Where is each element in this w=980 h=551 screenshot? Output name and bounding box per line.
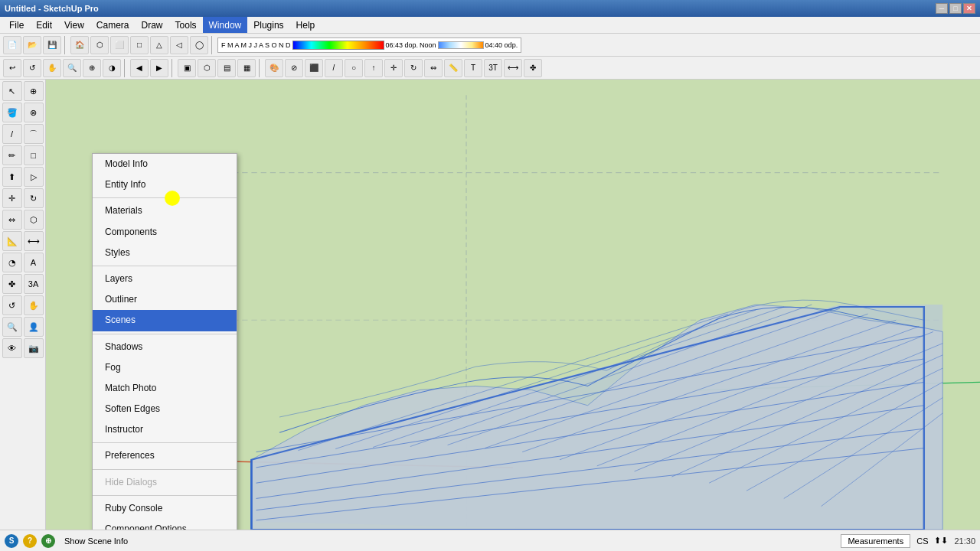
lt-move[interactable]: ✛	[2, 188, 22, 208]
tb-pan[interactable]: ✋	[43, 59, 61, 77]
menu-outliner[interactable]: Outliner	[93, 289, 237, 310]
tb-camera6[interactable]: ◯	[190, 36, 208, 54]
menu-model-info[interactable]: Model Info	[93, 154, 237, 174]
tb-camera3[interactable]: □	[130, 36, 149, 54]
menu-edit[interactable]: Edit	[30, 17, 58, 33]
viewport[interactable]: Model Info Entity Info Materials Compone…	[46, 80, 980, 530]
menu-tools[interactable]: Tools	[169, 17, 203, 33]
tb-erase[interactable]: ⊘	[285, 59, 303, 77]
lt-text[interactable]: A	[24, 253, 44, 272]
tb-tape[interactable]: 📏	[444, 59, 462, 77]
maximize-button[interactable]: □	[949, 3, 962, 14]
lt-push-pull[interactable]: ⬆	[2, 167, 22, 187]
lt-offset[interactable]: ⬡	[24, 210, 44, 230]
menu-ruby-console[interactable]: Ruby Console	[93, 498, 237, 519]
tb-prev-view[interactable]: ◀	[130, 59, 149, 77]
tb-text[interactable]: T	[464, 59, 482, 77]
tb-rect[interactable]: ⬛	[305, 59, 323, 77]
lt-pan[interactable]: ✋	[24, 295, 44, 315]
tb-rotate[interactable]: ↻	[404, 59, 423, 77]
dd-sep-5	[93, 469, 237, 470]
menu-fog[interactable]: Fog	[93, 357, 237, 378]
menu-draw[interactable]: Draw	[136, 17, 169, 33]
geo-icon[interactable]: ⊕	[41, 534, 55, 548]
menu-layers[interactable]: Layers	[93, 269, 237, 289]
tb-next-view[interactable]: ▶	[150, 59, 168, 77]
tb-save[interactable]: 💾	[43, 36, 61, 54]
help-icon[interactable]: ?	[23, 534, 37, 548]
menu-file[interactable]: File	[3, 17, 30, 33]
lt-axes[interactable]: ✤	[2, 274, 22, 294]
menu-shadows[interactable]: Shadows	[93, 337, 237, 357]
tb-new[interactable]: 📄	[3, 36, 21, 54]
tb-camera2[interactable]: ⬜	[110, 36, 129, 54]
lt-freehand[interactable]: ✏	[2, 145, 22, 165]
menu-preferences[interactable]: Preferences	[93, 445, 237, 466]
lt-rotate[interactable]: ↻	[24, 188, 44, 208]
lt-look[interactable]: 👁	[2, 338, 22, 358]
menu-window[interactable]: Window	[203, 17, 248, 33]
tb-camera5[interactable]: ◁	[170, 36, 188, 54]
lt-3dtext[interactable]: 3A	[24, 274, 44, 294]
tb-orbit[interactable]: ↺	[23, 59, 41, 77]
lt-protractor[interactable]: ◔	[2, 253, 22, 272]
lt-orbit[interactable]: ↺	[2, 295, 22, 315]
menu-plugins[interactable]: Plugins	[247, 17, 289, 33]
menu-view[interactable]: View	[58, 17, 90, 33]
tb-push-pull[interactable]: ↑	[364, 59, 383, 77]
tb-open[interactable]: 📂	[23, 36, 41, 54]
menu-match-photo[interactable]: Match Photo	[93, 378, 237, 399]
sun-gradient[interactable]	[292, 41, 384, 50]
lt-zoom[interactable]: 🔍	[2, 317, 22, 337]
tb-zoom[interactable]: 🔍	[63, 59, 81, 77]
menu-styles[interactable]: Styles	[93, 243, 237, 263]
tb-scale[interactable]: ⇔	[424, 59, 443, 77]
tb-axes[interactable]: ✤	[524, 59, 542, 77]
tb-walk[interactable]: ↩	[3, 59, 21, 77]
lt-spacenav[interactable]: ⊕	[24, 81, 44, 101]
lt-paint[interactable]: 🪣	[2, 103, 22, 122]
status-arrows: ⬆⬇	[934, 536, 948, 546]
status-right: Measurements CS ⬆⬇ 21:30	[841, 534, 975, 548]
tb-move[interactable]: ✛	[384, 59, 403, 77]
lt-line[interactable]: /	[2, 124, 22, 144]
tb-camera4[interactable]: △	[150, 36, 168, 54]
menu-scenes[interactable]: Scenes	[93, 310, 237, 331]
tb-zoom-ext[interactable]: ⊕	[83, 59, 101, 77]
minimize-button[interactable]: ─	[936, 3, 948, 14]
menu-entity-info[interactable]: Entity Info	[93, 174, 237, 195]
lt-position-cam[interactable]: 📷	[24, 338, 44, 358]
tb-paint[interactable]: 🎨	[265, 59, 283, 77]
lt-eraser[interactable]: ⊗	[24, 103, 44, 122]
tb-3d-text[interactable]: 3T	[484, 59, 502, 77]
lt-shape[interactable]: □	[24, 145, 44, 165]
lt-dims[interactable]: ⟷	[24, 231, 44, 251]
lt-follow-me[interactable]: ▷	[24, 167, 44, 187]
tb-line[interactable]: /	[325, 59, 343, 77]
tb-section-cut[interactable]: ⬡	[198, 59, 216, 77]
tb-section-plane[interactable]: ▣	[178, 59, 196, 77]
tb-display-model[interactable]: ▦	[237, 59, 256, 77]
tb-dims[interactable]: ⟷	[504, 59, 522, 77]
lt-tape[interactable]: 📐	[2, 231, 22, 251]
tb-camera1[interactable]: ⬡	[90, 36, 109, 54]
menu-component-options[interactable]: Component Options	[93, 519, 237, 530]
menu-soften-edges[interactable]: Soften Edges	[93, 399, 237, 419]
lt-arc[interactable]: ⌒	[24, 124, 44, 144]
tb-circle[interactable]: ○	[345, 59, 363, 77]
tb-display-section[interactable]: ▤	[217, 59, 236, 77]
lt-walk[interactable]: 👤	[24, 317, 44, 337]
sun-time-bar[interactable]	[438, 41, 484, 49]
menu-camera[interactable]: Camera	[90, 17, 136, 33]
menu-components[interactable]: Components	[93, 222, 237, 243]
menu-help[interactable]: Help	[290, 17, 322, 33]
menu-materials[interactable]: Materials	[93, 201, 237, 221]
menu-instructor[interactable]: Instructor	[93, 419, 237, 440]
measurements-box[interactable]: Measurements	[841, 534, 910, 548]
close-button[interactable]: ✕	[963, 3, 975, 14]
tb-home[interactable]: 🏠	[70, 36, 89, 54]
tb-sep-1	[64, 36, 67, 54]
lt-scale[interactable]: ⇔	[2, 210, 22, 230]
tb-zoom-win[interactable]: ◑	[103, 59, 121, 77]
lt-select[interactable]: ↖	[2, 81, 22, 101]
